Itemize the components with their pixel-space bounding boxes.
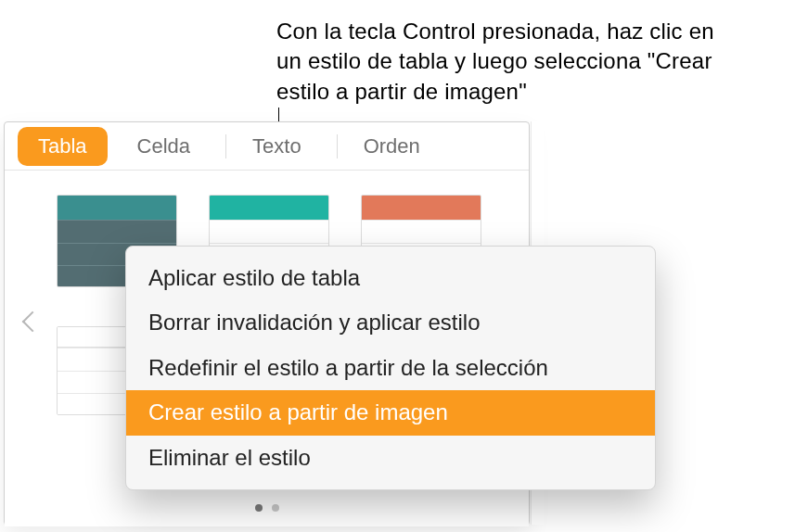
thumb-header [210, 196, 328, 220]
menu-item-create-from-image[interactable]: Crear estilo a partir de imagen [126, 390, 655, 435]
inspector-tabs: Tabla Celda Texto Orden [5, 122, 529, 171]
table-style-context-menu: Aplicar estilo de tabla Borrar invalidac… [125, 246, 656, 490]
tab-separator [337, 134, 338, 158]
page-dot-2[interactable] [272, 504, 279, 512]
tab-tabla[interactable]: Tabla [18, 127, 108, 166]
menu-item-apply-style[interactable]: Aplicar estilo de tabla [126, 256, 655, 300]
menu-item-clear-override[interactable]: Borrar invalidación y aplicar estilo [126, 300, 655, 345]
thumb-header [58, 196, 176, 220]
menu-item-delete-style[interactable]: Eliminar el estilo [126, 436, 655, 480]
page-dot-1[interactable] [255, 504, 263, 512]
styles-page-dots [255, 504, 279, 512]
thumb-header [362, 196, 481, 220]
tab-orden[interactable]: Orden [343, 127, 441, 166]
callout-text: Con la tecla Control presionada, haz cli… [276, 17, 740, 107]
tab-celda[interactable]: Celda [117, 127, 211, 166]
menu-item-redefine-from-selection[interactable]: Redefinir el estilo a partir de la selec… [126, 346, 655, 390]
previous-styles-page-chevron-icon[interactable] [19, 314, 32, 340]
tab-separator [225, 134, 226, 158]
tab-texto[interactable]: Texto [232, 127, 322, 166]
